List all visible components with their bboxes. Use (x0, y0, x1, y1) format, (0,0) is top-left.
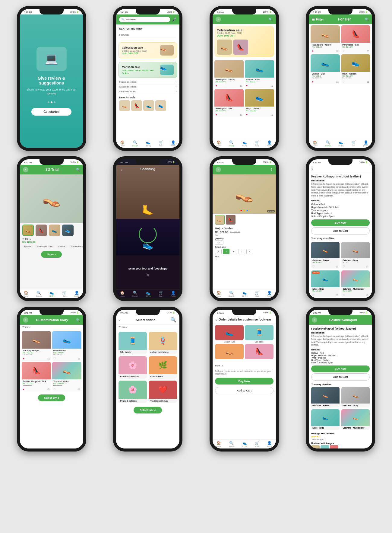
nav-3dtry[interactable]: 👟3D Try (49, 291, 55, 297)
scan-close-icon[interactable]: ✕ (146, 272, 150, 278)
back-button[interactable]: ‹ (312, 317, 317, 323)
nav-3dtry[interactable]: 👟3D Try (242, 140, 247, 147)
size-5[interactable]: 5 (223, 249, 229, 254)
fabric-printed-cheenden[interactable]: 🌸 Printed cheenden (119, 356, 147, 379)
nav-search[interactable]: 🔍Search (229, 140, 234, 147)
nav-cart[interactable]: 🛒Cart (159, 291, 163, 297)
arrival-2[interactable]: 👠 (131, 100, 142, 111)
sale-product-3[interactable]: 👠 Parampara - Silk Rs. 521.00 ♥ ⚖ (214, 89, 244, 117)
extra-related-3[interactable]: 🥿 Nilye - Blue (311, 409, 340, 430)
select-style-button[interactable]: Select style (38, 394, 65, 401)
nav-cart[interactable]: 🛒Cart (351, 140, 356, 147)
nav-search[interactable]: 🔍Search (229, 291, 234, 297)
fabric-printed-cottons[interactable]: 🌸 Printed cottons (119, 381, 147, 403)
custom-product-1[interactable]: 👡 Toe-ring wedges... Rs. 700.00 Rs. 800.… (22, 331, 51, 361)
extra-related-1[interactable]: 👡 Grishma - Brown (311, 387, 340, 407)
nav-3dtry[interactable]: 👟3D Try (146, 291, 151, 297)
nav-profile[interactable]: 👤Profile (267, 441, 272, 447)
monsoon-banner[interactable]: Mansoon sale Upto 40% OFF in studio and … (119, 62, 177, 78)
select-fabric-button[interactable]: Select fabric (134, 407, 162, 413)
nav-home[interactable]: 🏠Home (313, 140, 318, 147)
scan-back-button[interactable]: ‹ (120, 167, 122, 172)
custom-product-3[interactable]: 👠 Festive Wedges in Pink Rs. 700.00 Rs. … (22, 362, 51, 391)
nav-cart[interactable]: 🛒Cart (255, 140, 259, 147)
nav-home[interactable]: 🏠Home (120, 140, 125, 147)
fabric-item-1[interactable]: 🥿 Mugari - Silk (215, 325, 244, 343)
nav-profile[interactable]: 👤Profile (171, 291, 176, 297)
back-button[interactable]: ‹ (119, 318, 121, 322)
tag-customisation[interactable]: Customisation diary (69, 245, 83, 248)
search-icon[interactable]: 🔍 (76, 168, 80, 172)
nav-search[interactable]: 🔍Search (229, 441, 234, 447)
trial-thumb-3[interactable]: 🥿 (49, 225, 60, 236)
arrival-4[interactable]: 👟 (155, 100, 166, 111)
search-icon[interactable]: 🔍 (76, 318, 80, 322)
mic-icon[interactable]: 🎤 (172, 18, 176, 22)
nav-profile[interactable]: 👤Profile (267, 140, 272, 147)
fabric-silk[interactable]: 🧵 Silk fabric (119, 332, 147, 354)
back-button[interactable]: ‹ (23, 317, 28, 323)
extra-related-2[interactable]: 👡 Grishma - Gray (341, 387, 370, 407)
fabric-traditional-khun[interactable]: ❤️ Traditional khun (149, 381, 177, 403)
nav-home[interactable]: 🏠Home (24, 291, 28, 297)
arrival-3[interactable]: 🥿 (143, 100, 154, 111)
nav-profile[interactable]: 👤Profile (74, 291, 79, 297)
search-input[interactable]: 🔍 Footwear (119, 17, 170, 22)
back-button[interactable]: ‹ (216, 17, 221, 22)
related-2[interactable]: 👡 Grishma - Gray 4500 ♡⚖ (341, 242, 370, 269)
nav-home[interactable]: 🏠Home (216, 140, 221, 147)
size-6[interactable]: 6 (231, 249, 237, 254)
size-8[interactable]: 8 (246, 249, 253, 254)
filter-bar[interactable]: ☰ Filter (20, 325, 83, 330)
fabric-item-2[interactable]: 🧵 Silk fabric (245, 325, 273, 343)
thumb-1[interactable]: 👡 (215, 215, 225, 225)
category-classic[interactable]: Classic collection › (116, 85, 179, 89)
add-to-cart-button[interactable]: Add to Cart (215, 387, 273, 394)
search-icon[interactable]: 🔍 (170, 317, 176, 323)
nav-cart[interactable]: 🛒Cart (159, 140, 163, 147)
filter-icon[interactable]: ☰ Filter (312, 18, 324, 21)
back-button[interactable]: ‹ (216, 317, 217, 322)
buy-now-button[interactable]: Buy Now (215, 378, 273, 385)
nav-3dtry[interactable]: 👟3D Try (338, 140, 344, 147)
nav-profile[interactable]: 👤Profile (363, 140, 368, 147)
search-header-icon[interactable]: 🔍 (269, 18, 273, 21)
related-4[interactable]: 👡 Grishma - Multicolour Rs. 4500/- ♡⚖ (341, 270, 370, 297)
rv-img-3[interactable] (330, 445, 338, 448)
fabric-item-3[interactable]: 👡 (215, 344, 244, 360)
nav-profile[interactable]: 👤Profile (267, 291, 272, 297)
nav-home[interactable]: 🏠Home (216, 441, 221, 447)
buy-now-extra[interactable]: Buy Now (311, 365, 370, 372)
scan-button[interactable]: Scan › (41, 251, 62, 258)
tag-festive[interactable]: Festive (22, 245, 33, 248)
nav-3dtry[interactable]: 👟3D Try (242, 291, 247, 297)
nav-home[interactable]: 🏠Home (120, 291, 125, 297)
nav-profile[interactable]: 👤Profile (171, 140, 176, 147)
trial-thumb-2[interactable]: 👠 (36, 225, 47, 236)
sale-product-1[interactable]: 👡 Parampara - Yellow Rs. 521.00 ♥ ⚖ (214, 60, 244, 88)
history-item-1[interactable]: Footwear (119, 33, 176, 37)
size-7[interactable]: 7 (239, 249, 245, 254)
nav-search[interactable]: 🔍Search (132, 291, 138, 297)
product-parampara-silk[interactable]: 👠 Parampara - Silk Rs. 521.00 ♡⚖ (341, 25, 370, 53)
nav-search[interactable]: 🔍Search (325, 140, 331, 147)
celebration-banner[interactable]: Celebration sale October 22-23 (sale, 20… (119, 42, 177, 58)
buy-now-button[interactable]: Buy Now (311, 219, 370, 226)
custom-product-2[interactable]: 🥿 Blue trhoule... Rs. 700.00 Rs. 800.00 … (52, 331, 81, 361)
add-to-cart-button[interactable]: Add to Cart (311, 227, 370, 235)
nav-cart[interactable]: 🛒Cart (62, 291, 67, 297)
related-1[interactable]: 👡 Grishma - Brown Rs. 4500/- ♡⚖ (311, 242, 340, 269)
rv-img-1[interactable] (311, 445, 320, 448)
sale-product-4[interactable]: 👟 Mojri - Golden Rs. 521.50 ♥ ⚖ (245, 89, 274, 117)
fabric-item-4[interactable]: 👠 (245, 344, 273, 360)
arrival-1[interactable]: 👡 (119, 100, 130, 111)
search-icon[interactable]: 🔍 (365, 18, 369, 21)
custom-product-4[interactable]: 👡 Textured Mules Rs. 700.00 Rs. 800.00 ♡… (52, 362, 81, 391)
category-celebration[interactable]: Celebration sale › (116, 89, 179, 94)
back-button[interactable]: ‹ (311, 166, 313, 171)
get-started-button[interactable]: Get started (31, 108, 71, 116)
size-4[interactable]: 4 (215, 249, 222, 254)
fabric-cotton-jute[interactable]: 🪢 cotton jute fabric (149, 332, 177, 354)
product-parampara-yellow[interactable]: 👡 Parampara - Yellow Rs. 521.00 ♥⚖ (311, 25, 340, 53)
nav-cart[interactable]: 🛒Cart (255, 441, 259, 447)
